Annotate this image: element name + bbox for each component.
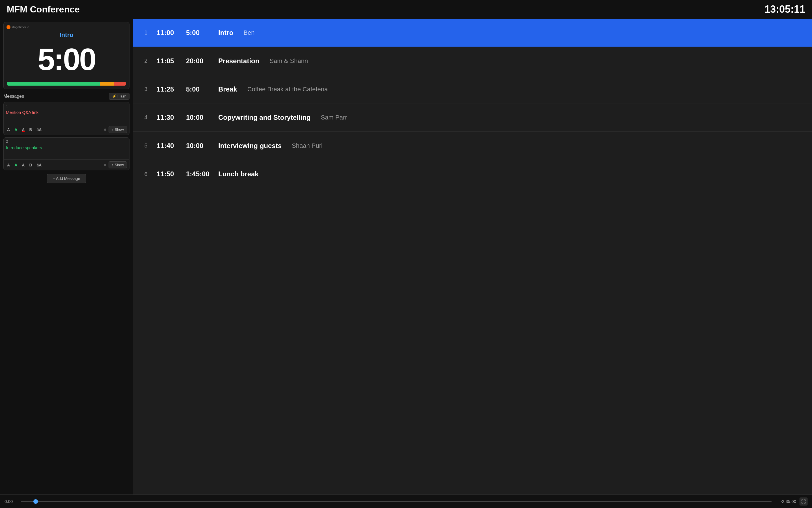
svg-rect-3 bbox=[804, 502, 805, 503]
row-time-5: 11:40 bbox=[157, 142, 179, 150]
row-time-3: 11:25 bbox=[157, 85, 179, 93]
show-button-2[interactable]: ↑ Show bbox=[109, 161, 127, 168]
row-title-6: Lunch break bbox=[218, 170, 259, 178]
schedule-row-1[interactable]: 1 11:00 5:00 Intro Ben bbox=[133, 19, 812, 47]
app-header: MFM Conference 13:05:11 bbox=[0, 0, 812, 19]
scrubber-container[interactable] bbox=[21, 501, 772, 502]
fullscreen-button[interactable] bbox=[800, 498, 808, 505]
row-number-6: 6 bbox=[142, 171, 150, 177]
row-duration-3: 5:00 bbox=[186, 85, 211, 93]
msg-dot-2 bbox=[104, 164, 106, 166]
message-number-1: 1 bbox=[4, 102, 129, 108]
message-toolbar-2: A A A B äA ↑ Show bbox=[4, 159, 129, 170]
message-item-2: 2 Introduce speakers A A A B äA ↑ Show bbox=[3, 137, 129, 170]
row-subtitle-4: Sam Parr bbox=[321, 114, 347, 121]
scrubber-track[interactable] bbox=[21, 501, 772, 502]
svg-rect-1 bbox=[804, 500, 805, 501]
msg-btn-aa2[interactable]: äA bbox=[36, 162, 43, 168]
progress-green bbox=[7, 82, 100, 86]
message-textarea-2[interactable]: Introduce speakers bbox=[4, 143, 129, 158]
row-time-6: 11:50 bbox=[157, 170, 179, 178]
logo-icon bbox=[6, 25, 10, 29]
timer-widget: stagetimer.io Intro 5:00 bbox=[3, 22, 129, 89]
row-number-4: 4 bbox=[142, 114, 150, 121]
bottom-bar: 0:00 -2:35:00 bbox=[0, 495, 812, 508]
add-message-button[interactable]: + Add Message bbox=[47, 174, 86, 183]
row-time-2: 11:05 bbox=[157, 57, 179, 65]
schedule-row-6[interactable]: 6 11:50 1:45:00 Lunch break bbox=[133, 160, 812, 188]
messages-title: Messages bbox=[3, 94, 24, 99]
schedule-row-5[interactable]: 5 11:40 10:00 Interviewing guests Shaan … bbox=[133, 132, 812, 160]
message-textarea-1[interactable]: Mention Q&A link bbox=[4, 108, 129, 123]
progress-bar bbox=[7, 82, 126, 86]
row-title-5: Interviewing guests bbox=[218, 142, 282, 150]
messages-section: Messages ⚡ Flash 1 Mention Q&A link A A … bbox=[3, 93, 129, 183]
app-title: MFM Conference bbox=[7, 4, 80, 15]
row-duration-4: 10:00 bbox=[186, 114, 211, 122]
row-subtitle-1: Ben bbox=[243, 29, 255, 36]
msg-btn-b1[interactable]: B bbox=[28, 127, 33, 132]
logo-text: stagetimer.io bbox=[11, 26, 29, 29]
row-subtitle-2: Sam & Shann bbox=[269, 57, 308, 65]
msg-btn-a4[interactable]: A bbox=[6, 162, 11, 168]
show-button-1[interactable]: ↑ Show bbox=[109, 126, 127, 133]
row-title-4: Copywriting and Storytelling bbox=[218, 114, 311, 122]
message-toolbar-1: A A A B äA ↑ Show bbox=[4, 124, 129, 135]
row-duration-5: 10:00 bbox=[186, 142, 211, 150]
schedule-panel: 1 11:00 5:00 Intro Ben 2 11:05 20:00 Pre… bbox=[133, 19, 812, 495]
msg-btn-aa1[interactable]: äA bbox=[36, 127, 43, 132]
row-subtitle-3: Coffee Break at the Cafeteria bbox=[247, 86, 328, 93]
row-time-1: 11:00 bbox=[157, 29, 179, 37]
left-panel: stagetimer.io Intro 5:00 Messages ⚡ Flas… bbox=[0, 19, 133, 495]
svg-rect-0 bbox=[802, 500, 803, 501]
row-time-4: 11:30 bbox=[157, 114, 179, 122]
header-clock: 13:05:11 bbox=[765, 3, 805, 15]
schedule-row-2[interactable]: 2 11:05 20:00 Presentation Sam & Shann bbox=[133, 47, 812, 75]
row-title-1: Intro bbox=[218, 29, 233, 37]
timer-display: 5:00 bbox=[7, 41, 126, 81]
row-duration-2: 20:00 bbox=[186, 57, 211, 65]
msg-dot-1 bbox=[104, 129, 106, 131]
msg-btn-a2[interactable]: A bbox=[13, 127, 18, 132]
messages-header: Messages ⚡ Flash bbox=[3, 93, 129, 100]
timer-label: Intro bbox=[7, 31, 126, 39]
row-subtitle-5: Shaan Puri bbox=[292, 142, 322, 150]
main-content: stagetimer.io Intro 5:00 Messages ⚡ Flas… bbox=[0, 19, 812, 495]
row-duration-1: 5:00 bbox=[186, 29, 211, 37]
scrubber-thumb[interactable] bbox=[33, 499, 38, 504]
progress-orange bbox=[100, 82, 114, 86]
msg-btn-a1[interactable]: A bbox=[6, 127, 11, 132]
message-item-1: 1 Mention Q&A link A A A B äA ↑ Show bbox=[3, 102, 129, 135]
message-number-2: 2 bbox=[4, 138, 129, 143]
msg-btn-a6[interactable]: A bbox=[21, 162, 26, 168]
bottom-time-end: -2:35:00 bbox=[775, 499, 796, 504]
row-number-3: 3 bbox=[142, 86, 150, 92]
msg-btn-b2[interactable]: B bbox=[28, 162, 33, 168]
row-title-3: Break bbox=[218, 85, 237, 93]
schedule-row-3[interactable]: 3 11:25 5:00 Break Coffee Break at the C… bbox=[133, 75, 812, 103]
row-title-2: Presentation bbox=[218, 57, 259, 65]
row-number-1: 1 bbox=[142, 29, 150, 36]
svg-rect-2 bbox=[802, 502, 803, 503]
row-number-5: 5 bbox=[142, 142, 150, 149]
row-duration-6: 1:45:00 bbox=[186, 170, 211, 178]
bottom-time-start: 0:00 bbox=[4, 499, 17, 504]
schedule-row-4[interactable]: 4 11:30 10:00 Copywriting and Storytelli… bbox=[133, 103, 812, 132]
progress-red bbox=[114, 82, 126, 86]
msg-btn-a5[interactable]: A bbox=[13, 162, 18, 168]
msg-btn-a3[interactable]: A bbox=[21, 127, 26, 132]
flash-button[interactable]: ⚡ Flash bbox=[109, 93, 129, 100]
row-number-2: 2 bbox=[142, 58, 150, 64]
stagetimer-logo: stagetimer.io bbox=[6, 25, 29, 29]
